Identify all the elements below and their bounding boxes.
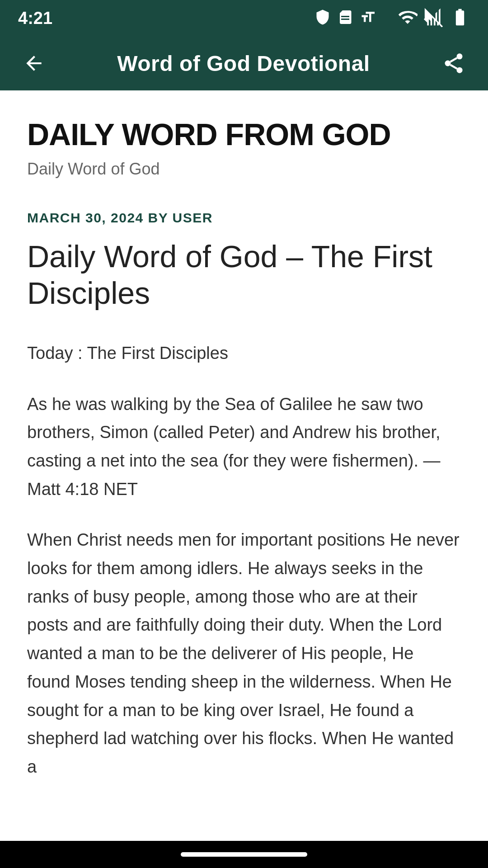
- app-bar: Word of God Devotional: [0, 36, 488, 90]
- status-time: 4:21: [18, 9, 52, 28]
- shield-icon: [314, 9, 331, 27]
- sim-icon: [337, 9, 353, 27]
- svg-point-2: [456, 67, 462, 73]
- post-meta: MARCH 30, 2024 BY USER: [27, 210, 461, 226]
- font-icon: [360, 9, 376, 27]
- content-area: DAILY WORD FROM GOD Daily Word of God MA…: [0, 90, 488, 840]
- post-paragraph-2: As he was walking by the Sea of Galilee …: [27, 390, 461, 504]
- app-bar-title: Word of God Devotional: [117, 51, 370, 76]
- blog-subtitle: Daily Word of God: [27, 160, 461, 179]
- svg-line-3: [450, 65, 457, 69]
- back-button[interactable]: [18, 47, 50, 79]
- battery-icon: [450, 7, 470, 29]
- nav-pill: [181, 852, 307, 857]
- post-paragraph-1: Today : The First Disciples: [27, 339, 461, 368]
- wifi-icon: [398, 7, 418, 29]
- svg-line-4: [450, 58, 457, 62]
- status-bar: 4:21: [0, 0, 488, 36]
- blog-title: DAILY WORD FROM GOD: [27, 118, 461, 151]
- status-icons: [314, 7, 470, 29]
- share-button[interactable]: [437, 47, 470, 80]
- nav-bar: [0, 841, 488, 868]
- post-title: Daily Word of God – The First Disciples: [27, 238, 461, 312]
- svg-point-1: [445, 61, 450, 66]
- post-body: Today : The First Disciples As he was wa…: [27, 339, 461, 781]
- post-paragraph-3: When Christ needs men for important posi…: [27, 526, 461, 781]
- svg-point-0: [456, 53, 462, 59]
- signal-icon: [424, 7, 444, 29]
